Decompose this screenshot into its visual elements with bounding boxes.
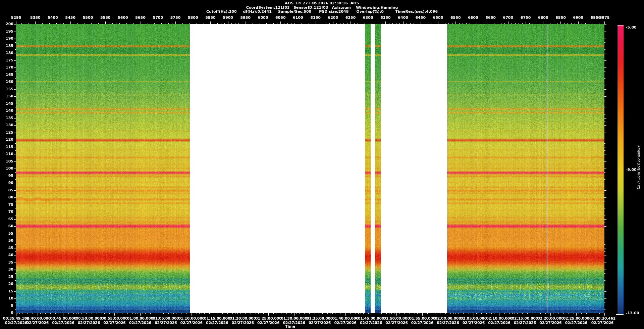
top-axis-tick-label: 5500 xyxy=(83,15,93,20)
freq-axis-tick-label: 90 xyxy=(0,181,13,185)
top-axis-tick-label: 6400 xyxy=(398,15,408,20)
top-axis-tick-label: 5600 xyxy=(118,15,128,20)
top-axis-tick-label: 6750 xyxy=(521,15,531,20)
freq-axis-tick-label: 75 xyxy=(0,202,13,207)
time-axis-tick-label: 01:45:00.000 02/27/2026 xyxy=(357,316,385,325)
freq-axis-tick-label: 125 xyxy=(0,130,13,135)
time-axis-tick-label: 02:25:00.000 02/27/2026 xyxy=(562,316,590,325)
freq-axis-tick-label: 65 xyxy=(0,217,13,221)
top-axis-tick-label: 6700 xyxy=(503,15,514,20)
colorbar-title: Amplitude(Log10(g^2/Hz)) xyxy=(637,111,641,225)
freq-axis-tick-label: 70 xyxy=(0,209,13,214)
top-axis-tick-label: 5450 xyxy=(65,15,76,20)
header-params-line2: Cutoff(Hz):200 df(Hz):0.2441 Sample/Sec:… xyxy=(0,9,644,14)
freq-axis-tick-label: 5 xyxy=(0,303,13,308)
spectrogram-window: AOS Fri 27 Feb 2026 02:30:16 AOS CoordSy… xyxy=(0,0,644,329)
time-axis-tick-label: 02:20:00.000 02/27/2026 xyxy=(536,316,565,325)
top-axis-tick-label: 6350 xyxy=(380,15,391,20)
freq-axis-tick-label: 120 xyxy=(0,137,13,142)
time-axis-tick-label: 00:40:00.000 02/27/2026 xyxy=(23,316,52,325)
freq-axis-tick-label: 45 xyxy=(0,246,13,250)
freq-axis-tick-label: 40 xyxy=(0,253,13,257)
time-axis-tick-label: 01:50:00.000 02/27/2026 xyxy=(382,316,411,325)
freq-axis-tick-label: 115 xyxy=(0,145,13,149)
freq-axis-tick-label: 10 xyxy=(0,296,13,300)
time-axis-tick-label: 00:45:00.000 02/27/2026 xyxy=(49,316,77,325)
top-axis-tick-label: 6050 xyxy=(275,15,286,20)
top-axis-tick-label: 6850 xyxy=(555,15,566,20)
freq-axis-tick-label: 85 xyxy=(0,188,13,192)
freq-axis-tick-label: 155 xyxy=(0,87,13,91)
time-axis-tick-label: 02:10:00.000 02/27/2026 xyxy=(485,316,513,325)
freq-axis-tick-label: 55 xyxy=(0,231,13,236)
time-axis-tick-label: 02:00:00.000 02/27/2026 xyxy=(434,316,462,325)
freq-axis-tick-label: 145 xyxy=(0,101,13,106)
freq-axis-tick-label: 100 xyxy=(0,166,13,171)
freq-axis-tick-label: 180 xyxy=(0,51,13,55)
freq-axis-tick-label: 35 xyxy=(0,260,13,265)
top-axis-tick-label: 6550 xyxy=(450,15,461,20)
freq-axis-tick-label: 95 xyxy=(0,174,13,178)
freq-axis-tick-label: 170 xyxy=(0,65,13,69)
top-axis-tick-label: 5295 xyxy=(11,15,21,20)
time-axis-title: Time xyxy=(285,324,295,329)
time-axis-tick-label: 02:30:30.462 02/27/2026 xyxy=(588,316,616,325)
top-axis-tick-label: 6200 xyxy=(328,15,338,20)
freq-axis-tick-label: 15 xyxy=(0,289,13,293)
freq-axis-tick-label: 0 xyxy=(0,311,13,315)
freq-axis-tick-label: 160 xyxy=(0,80,13,84)
top-axis-tick-label: 5750 xyxy=(170,15,181,20)
colorbar-tick-label: -13.00 xyxy=(626,311,639,315)
time-axis-tick-label: 00:55:00.000 02/27/2026 xyxy=(100,316,128,325)
freq-axis-tick-label: 185 xyxy=(0,44,13,48)
time-axis-tick-label: 01:30:00.000 02/27/2026 xyxy=(280,316,308,325)
freq-axis-tick-label: 110 xyxy=(0,152,13,156)
top-axis-tick-label: 6650 xyxy=(485,15,496,20)
freq-axis-tick-label: 150 xyxy=(0,94,13,98)
freq-axis-tick-label: 20 xyxy=(0,282,13,286)
time-axis-tick-label: 01:05:00.000 02/27/2026 xyxy=(152,316,180,325)
top-axis-tick-label: 6300 xyxy=(363,15,373,20)
colorbar-tick-label: -5.00 xyxy=(626,25,637,30)
top-axis-tick-label: 5650 xyxy=(135,15,146,20)
freq-axis-tick-label: 130 xyxy=(0,123,13,127)
freq-axis-tick-label: 60 xyxy=(0,224,13,228)
freq-axis-tick-label: 190 xyxy=(0,36,13,41)
top-axis-tick-label: 6100 xyxy=(293,15,303,20)
top-axis-tick-label: 6900 xyxy=(573,15,583,20)
time-axis-tick-label: 01:25:00.000 02/27/2026 xyxy=(254,316,282,325)
freq-axis-tick-label: 195 xyxy=(0,29,13,34)
top-axis-tick-label: 5900 xyxy=(223,15,233,20)
top-axis-tick-label: 6500 xyxy=(433,15,443,20)
top-axis-tick-label: 6975 xyxy=(599,15,610,20)
top-axis-tick-label: 5550 xyxy=(100,15,111,20)
top-axis-tick-label: 5950 xyxy=(240,15,251,20)
freq-axis-tick-label: 50 xyxy=(0,238,13,243)
top-axis-tick-label: 5800 xyxy=(188,15,198,20)
colorbar-tick-label: -9.00 xyxy=(626,168,637,172)
spectrogram-canvas[interactable] xyxy=(0,0,644,329)
time-axis-tick-label: 02:15:00.000 02/27/2026 xyxy=(511,316,539,325)
freq-axis-tick-label: 200 xyxy=(0,22,13,26)
time-axis-tick-label: 01:55:00.000 02/27/2026 xyxy=(408,316,436,325)
time-axis-tick-label: 01:40:00.000 02/27/2026 xyxy=(331,316,360,325)
time-axis-tick-label: 01:35:00.000 02/27/2026 xyxy=(306,316,334,325)
freq-axis-tick-label: 80 xyxy=(0,195,13,199)
time-axis-tick-label: 01:15:00.000 02/27/2026 xyxy=(203,316,231,325)
top-axis-tick-label: 6000 xyxy=(258,15,268,20)
freq-axis-tick-label: 165 xyxy=(0,73,13,77)
freq-axis-tick-label: 30 xyxy=(0,267,13,272)
top-axis-tick-label: 6250 xyxy=(345,15,356,20)
time-axis-tick-label: 01:20:00.000 02/27/2026 xyxy=(229,316,257,325)
time-axis-tick-label: 02:05:00.000 02/27/2026 xyxy=(460,316,488,325)
top-axis-tick-label: 5350 xyxy=(30,15,41,20)
time-axis-tick-label: 00:50:00.000 02/27/2026 xyxy=(75,316,103,325)
top-axis-tick-label: 5850 xyxy=(205,15,216,20)
top-axis-tick-label: 5700 xyxy=(153,15,163,20)
freq-axis-tick-label: 135 xyxy=(0,116,13,120)
top-axis-tick-label: 6150 xyxy=(310,15,321,20)
top-axis-tick-label: 5400 xyxy=(48,15,58,20)
time-axis-tick-label: 01:10:00.000 02/27/2026 xyxy=(177,316,206,325)
top-axis-tick-label: 6600 xyxy=(468,15,478,20)
header-title: AOS Fri 27 Feb 2026 02:30:16 AOS xyxy=(0,1,644,5)
